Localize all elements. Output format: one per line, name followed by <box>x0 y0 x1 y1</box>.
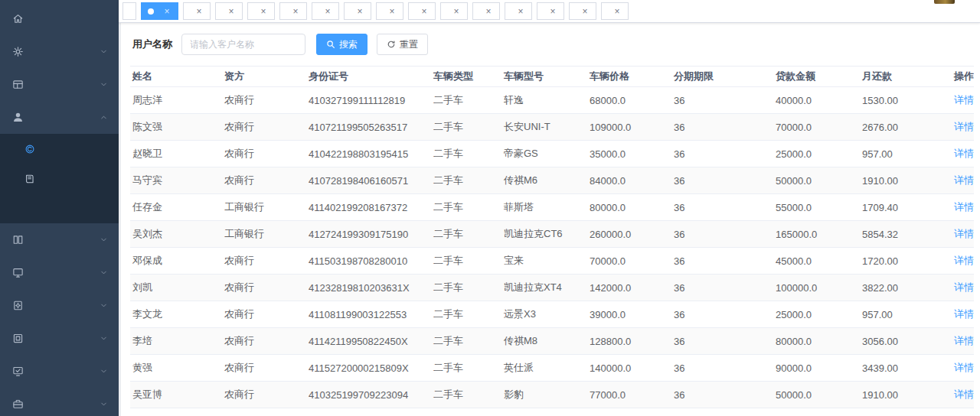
table-row: 赵晓卫农商行410422198803195415二手车帝豪GS35000.036… <box>130 141 974 167</box>
tab-close-icon[interactable]: × <box>162 7 172 16</box>
sidebar-item-system[interactable] <box>0 35 119 68</box>
search-form: 用户名称 搜索 重置 <box>121 23 980 66</box>
cell-name: 赵晓卫 <box>130 147 222 161</box>
tab-my-todo[interactable]: × <box>472 2 500 20</box>
tab-close-icon[interactable]: × <box>323 7 332 16</box>
sidebar-item-overdue-info[interactable] <box>0 193 119 223</box>
table-body: 周志洋农商行410327199111112819二手车轩逸68000.03640… <box>130 87 974 416</box>
cell-id-number: 411402199208167372 <box>306 202 431 213</box>
cell-name: 黄强 <box>130 361 222 375</box>
search-button[interactable]: 搜索 <box>316 34 368 55</box>
tab-close-icon[interactable]: × <box>420 7 429 16</box>
sidebar-item-business[interactable] <box>0 68 119 101</box>
tab-close-icon[interactable]: × <box>194 7 204 16</box>
cell-vehicle-model: 英仕派 <box>501 361 587 375</box>
cell-vehicle-price: 70000.0 <box>587 255 671 267</box>
tab-close-icon[interactable]: × <box>484 7 493 16</box>
tab-close-icon[interactable]: × <box>355 7 364 16</box>
table-row: 李培农商行41142119950822450X二手车传祺M8128800.036… <box>130 328 974 355</box>
sidebar-item-reports[interactable] <box>0 256 119 289</box>
detail-link[interactable]: 详情 <box>954 121 974 132</box>
cell-vehicle-price: 109000.0 <box>587 122 671 133</box>
sidebar-item-process[interactable] <box>0 289 119 322</box>
detail-link[interactable]: 详情 <box>954 201 974 213</box>
sidebar-item-home[interactable] <box>0 2 119 35</box>
column-header: 资方 <box>222 70 306 83</box>
monitor-icon <box>12 267 24 278</box>
cell-vehicle-type: 二手车 <box>431 93 501 107</box>
sidebar-item-office[interactable] <box>0 322 119 355</box>
sidebar-item-my-overdue[interactable] <box>0 164 119 193</box>
sidebar-item-postloan[interactable] <box>0 223 119 256</box>
tab-close-icon[interactable]: × <box>516 7 525 16</box>
cell-id-number: 410325199709223094 <box>306 389 431 401</box>
sidebar-item-all-customers[interactable] <box>0 134 119 164</box>
tab-customer-gps[interactable]: × <box>440 2 468 20</box>
cell-vehicle-price: 140000.0 <box>587 362 671 374</box>
cell-term: 36 <box>671 282 773 294</box>
cell-id-number: 410327199111112819 <box>306 95 431 106</box>
columns-icon <box>12 234 24 245</box>
chevron-up-icon <box>100 113 108 122</box>
chevron-down-icon <box>100 367 108 375</box>
tab-close-icon[interactable]: × <box>227 7 236 16</box>
tab-postloan-collection-records[interactable]: × <box>247 2 275 20</box>
cell-loan-amount: 40000.0 <box>773 95 860 106</box>
tab-all-customers[interactable]: × <box>141 2 178 20</box>
tab-close-icon[interactable]: × <box>548 7 557 16</box>
tab-close-icon[interactable]: × <box>452 7 461 16</box>
cell-loan-amount: 80000.0 <box>773 336 860 347</box>
cell-vehicle-model: 传祺M6 <box>501 174 587 187</box>
cell-id-number: 410728198406160571 <box>306 175 431 187</box>
cell-vehicle-type: 二手车 <box>431 254 501 268</box>
cell-vehicle-type: 二手车 <box>431 147 501 161</box>
tab-collection-plan[interactable]: × <box>279 2 307 20</box>
sidebar-item-sys-monitor[interactable] <box>0 355 119 388</box>
detail-link[interactable]: 详情 <box>954 388 974 400</box>
tab-close-icon[interactable]: × <box>387 7 397 16</box>
table-header-row: 姓名资方身份证号车辆类型车辆型号车辆价格分期期限贷款金额月还款操作 <box>130 66 974 87</box>
tab-cc-tasks[interactable]: × <box>601 2 629 20</box>
detail-link[interactable]: 详情 <box>954 148 974 159</box>
detail-link[interactable]: 详情 <box>954 94 974 106</box>
tab-close-icon[interactable]: × <box>580 7 590 16</box>
tab-customer-bankcard[interactable]: × <box>344 2 371 20</box>
toolbox-icon <box>12 398 24 410</box>
tab-visit-records[interactable]: × <box>376 2 403 20</box>
cell-name: 邓保成 <box>130 254 222 268</box>
tab-close-icon[interactable]: × <box>612 7 622 16</box>
tab-close-icon[interactable]: × <box>259 7 268 16</box>
detail-link[interactable]: 详情 <box>954 174 974 186</box>
cell-name: 马守宾 <box>130 174 222 187</box>
cell-vehicle-price: 260000.0 <box>587 229 671 240</box>
cell-term: 36 <box>671 362 773 374</box>
detail-link[interactable]: 详情 <box>954 228 974 239</box>
detail-link[interactable]: 详情 <box>954 308 974 320</box>
tab-home[interactable] <box>122 2 136 20</box>
tab-overdue-info[interactable]: × <box>183 2 211 20</box>
detail-link[interactable]: 详情 <box>954 335 974 346</box>
cell-actions: 详情 <box>952 281 974 294</box>
tab-company-bankcard[interactable]: × <box>312 2 339 20</box>
table-row: 马守宾农商行410728198406160571二手车传祺M684000.036… <box>130 167 974 194</box>
home-icon <box>12 13 24 24</box>
tab-emergency-contacts[interactable]: × <box>408 2 436 20</box>
cell-actions: 详情 <box>952 174 974 187</box>
reset-button[interactable]: 重置 <box>377 34 428 55</box>
sidebar <box>0 0 119 416</box>
tab-order-detail[interactable]: × <box>215 2 243 20</box>
detail-link[interactable]: 详情 <box>954 281 974 293</box>
sidebar-item-sys-tools[interactable] <box>0 388 119 416</box>
detail-link[interactable]: 详情 <box>954 255 974 266</box>
table-row: 黄强农商行41152720000215809X二手车英仕派140000.0369… <box>130 355 974 382</box>
tab-close-icon[interactable]: × <box>291 7 300 16</box>
column-header: 车辆型号 <box>501 70 587 83</box>
tab-done-tasks[interactable]: × <box>569 2 596 20</box>
customer-name-input[interactable] <box>181 34 305 55</box>
sidebar-item-customer[interactable] <box>0 101 119 134</box>
tab-my-process[interactable]: × <box>505 2 532 20</box>
tab-sign-tasks[interactable]: × <box>537 2 564 20</box>
cell-vehicle-price: 68000.0 <box>587 95 671 106</box>
column-header: 车辆价格 <box>587 70 671 83</box>
detail-link[interactable]: 详情 <box>954 362 974 373</box>
